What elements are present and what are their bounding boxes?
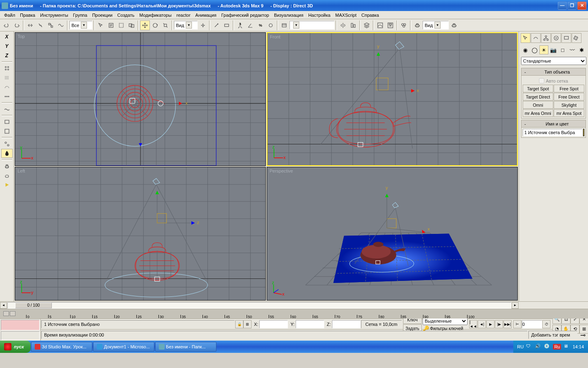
minimize-button[interactable]: — [558, 2, 567, 10]
prev-frame-button[interactable]: ◄| [478, 320, 486, 328]
link-button[interactable] [25, 20, 35, 30]
menu-help[interactable]: Справка [359, 12, 381, 18]
motion-tab[interactable] [551, 33, 561, 43]
unlink-button[interactable] [36, 20, 45, 30]
menu-grapheditor[interactable]: Графический редактор [219, 12, 272, 18]
geometry-subtab[interactable]: ◉ [521, 45, 530, 54]
mirror-button[interactable] [338, 20, 348, 30]
free-direct-button[interactable]: Free Direct [554, 93, 584, 101]
menu-group[interactable]: Группа [71, 12, 90, 18]
menu-maxscript[interactable]: MAXScript [333, 12, 359, 18]
taskbar-item-3dsmax-tutorial[interactable]: 3d Studio Max. Урок... [31, 342, 92, 352]
create-tab[interactable] [521, 33, 530, 43]
select-by-name-button[interactable] [106, 20, 116, 30]
angle-snap-button[interactable] [245, 20, 255, 30]
undo-button[interactable] [2, 20, 11, 30]
menu-views[interactable]: Проекции [90, 12, 115, 18]
selection-filter-dropdown[interactable]: Все▼ [69, 21, 92, 29]
object-name-input[interactable] [523, 129, 582, 136]
named-selection-button[interactable] [279, 20, 289, 30]
reactor-teapot-button[interactable] [1, 162, 13, 171]
reactor-create-button[interactable] [1, 139, 13, 148]
timeline-ruler[interactable]: 0510152025303540455055606570758085909510… [26, 310, 514, 318]
bind-button[interactable] [46, 20, 56, 30]
add-time-tag-button[interactable]: Добавить тэг врем [528, 331, 577, 339]
tray-icon[interactable]: 🛡 [526, 343, 532, 350]
close-button[interactable]: ✕ [577, 2, 586, 10]
menu-animation[interactable]: Анимация [193, 12, 219, 18]
start-button[interactable]: пуск [0, 341, 31, 353]
menu-customize[interactable]: Настройка [306, 12, 333, 18]
reactor-cloth-button[interactable] [1, 73, 13, 82]
percent-snap-button[interactable]: % [256, 20, 265, 30]
window-crossing-button[interactable] [127, 20, 136, 30]
viewport-front[interactable]: Front yx [267, 32, 518, 166]
trackbar-toggle1[interactable] [3, 311, 9, 316]
frame-readout[interactable]: 0 / 100 [15, 303, 52, 308]
spinner-snap-button[interactable] [266, 20, 276, 30]
select-region-button[interactable] [116, 20, 126, 30]
shapes-subtab[interactable]: ◯ [530, 45, 539, 54]
systems-subtab[interactable]: ✱ [577, 45, 586, 54]
rollout-collapse-button[interactable]: - [521, 121, 529, 126]
reactor-fire-button[interactable] [1, 149, 13, 158]
axis-x-button[interactable]: X [1, 32, 13, 41]
menu-edit[interactable]: Правка [18, 12, 38, 18]
next-frame-button[interactable]: |▶ [495, 320, 503, 328]
free-spot-button[interactable]: Free Spot [554, 85, 584, 92]
autogrid-checkbox[interactable]: Авто сетка [523, 77, 584, 85]
track-bar[interactable]: 0510152025303540455055606570758085909510… [0, 309, 588, 319]
clock[interactable]: 14:14 [572, 344, 584, 349]
reactor-rope-button[interactable] [1, 92, 13, 101]
reactor-analyze-button[interactable] [1, 127, 13, 136]
y-coord-input[interactable] [296, 320, 324, 328]
rollout-collapse-button[interactable]: - [521, 70, 529, 74]
viewport-perspective[interactable]: Perspective [267, 167, 518, 301]
menu-tools[interactable]: Инструменты [38, 12, 71, 18]
taskbar-item-3dsmax[interactable]: Без имени - Папк... [155, 342, 216, 352]
reactor-preview-button[interactable] [1, 117, 13, 126]
menu-rendering[interactable]: Визуализация [272, 12, 306, 18]
tray-volume-icon[interactable]: 🔊 [535, 343, 541, 350]
menu-file[interactable]: Файл [2, 12, 18, 18]
play-button[interactable]: ▶ [486, 320, 494, 328]
trackbar-toggle2[interactable] [10, 311, 16, 316]
tray-icon[interactable]: 🖥 [564, 343, 570, 350]
redo-button[interactable] [12, 20, 22, 30]
display-tab[interactable] [561, 33, 571, 43]
snap-button[interactable]: 3 [235, 20, 245, 30]
scale-button[interactable] [160, 20, 170, 30]
spacewarps-subtab[interactable]: 〰 [568, 45, 577, 54]
reactor-play-button[interactable] [1, 180, 13, 189]
target-direct-button[interactable]: Target Direct [523, 93, 553, 101]
manipulate-button[interactable] [212, 20, 221, 30]
reactor-soft-button[interactable] [1, 83, 13, 92]
x-coord-input[interactable] [259, 320, 288, 328]
mr-area-omni-button[interactable]: mr Area Omni [523, 109, 553, 117]
skylight-button[interactable]: Skylight [554, 101, 584, 109]
axis-z-button[interactable]: Z [1, 51, 13, 60]
schematic-view-button[interactable] [385, 20, 395, 30]
abs-rel-button[interactable]: ⊞ [243, 320, 252, 328]
object-color-swatch[interactable] [583, 129, 584, 136]
tray-icon[interactable]: 💿 [544, 343, 550, 350]
mr-area-spot-button[interactable]: mr Area Spot [554, 109, 584, 117]
reactor-water-button[interactable] [1, 105, 13, 114]
reactor-rigid-button[interactable] [1, 64, 13, 73]
cameras-subtab[interactable]: 📷 [549, 45, 558, 54]
lock-selection-button[interactable]: 🔒 [235, 320, 243, 328]
utilities-tab[interactable] [572, 33, 581, 43]
layer-manager-button[interactable] [362, 20, 372, 30]
select-object-button[interactable] [96, 20, 106, 30]
goto-end-button[interactable]: ▶▶| [503, 320, 512, 328]
menu-modifiers[interactable]: Модификаторы [137, 12, 174, 18]
taskbar-item-word[interactable]: Документ1 - Microso... [93, 342, 154, 352]
menu-reactor[interactable]: reactor [174, 12, 193, 18]
render-setup-button[interactable] [412, 20, 422, 30]
align-button[interactable] [348, 20, 358, 30]
maximize-button[interactable]: ❐ [568, 2, 577, 10]
goto-start-button[interactable]: |◄◄ [469, 320, 477, 328]
scroll-track[interactable]: 0 / 100 [7, 302, 511, 309]
scroll-left-button[interactable]: ◄ [0, 302, 7, 309]
language-secondary[interactable]: Ru [553, 344, 561, 350]
